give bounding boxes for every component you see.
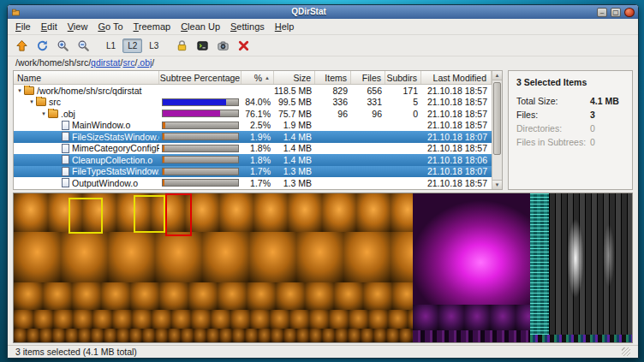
app-icon	[11, 8, 21, 17]
name-cell: ▾/work/home/sh/src/qdirstat	[14, 86, 159, 96]
titlebar[interactable]: QDirStat – ▢	[8, 5, 638, 19]
item-name: MainWindow.o	[72, 120, 130, 130]
table-body: ▾/work/home/sh/src/qdirstat118.5 MB82965…	[14, 85, 492, 189]
directory-tree: NameSubtree Percentage%▲SizeItemsFilesSu…	[13, 70, 503, 190]
treemap-region-gray-columns[interactable]	[549, 193, 632, 335]
status-text: 3 items selected (4.1 MB total)	[15, 347, 137, 357]
minimize-button[interactable]: –	[597, 8, 607, 17]
expander-open-icon[interactable]: ▾	[39, 110, 48, 117]
treemap-selection-outline[interactable]	[165, 193, 192, 236]
pct-cell: 1.7%	[242, 166, 274, 176]
percent-bar-cell	[159, 98, 242, 106]
name-cell: FileTypeStatsWindow.o	[14, 166, 159, 176]
percent-bar-fill	[163, 157, 164, 163]
scrollbar-track[interactable]	[492, 80, 502, 180]
size-cell: 1.3 MB	[274, 178, 315, 188]
name-cell: ▾src	[14, 97, 159, 107]
treemap-region-orange-row3[interactable]	[14, 282, 413, 309]
camera-icon	[217, 39, 230, 52]
expand-level-2-button[interactable]: L2	[122, 39, 142, 53]
menu-settings[interactable]: Settings	[225, 21, 270, 33]
subdirs-cell: 171	[385, 86, 421, 96]
console-button[interactable]	[193, 37, 212, 54]
column-header-subtree-percentage[interactable]: Subtree Percentage	[159, 71, 242, 84]
expander-open-icon[interactable]: ▾	[15, 87, 24, 94]
column-header-last-modified[interactable]: Last Modified	[421, 71, 492, 84]
scroll-down-arrow-icon[interactable]: ▼	[492, 180, 502, 189]
treemap-canvas[interactable]	[13, 193, 633, 344]
up-arrow-icon	[15, 39, 28, 52]
treemap-region-orange-row5[interactable]	[14, 329, 413, 342]
close-button[interactable]	[624, 8, 635, 17]
table-header: NameSubtree Percentage%▲SizeItemsFilesSu…	[14, 71, 492, 85]
table-row[interactable]: ▾src84.0%99.5 MB336331521.10.18 18:57	[14, 97, 492, 109]
window-title: QDirStat	[24, 5, 593, 19]
treemap-region-orange-row2[interactable]	[14, 232, 413, 282]
refresh-button[interactable]	[33, 37, 51, 54]
breadcrumb-link[interactable]: .obj	[137, 57, 152, 68]
modified-cell: 21.10.18 18:57	[421, 178, 492, 188]
zoom-out-button[interactable]	[74, 37, 92, 54]
name-cell: OutputWindow.o	[14, 178, 159, 188]
breadcrumb-link[interactable]: src	[122, 57, 134, 68]
pct-cell: 1.8%	[242, 155, 274, 165]
zoom-in-button[interactable]	[53, 37, 72, 54]
maximize-button[interactable]: ▢	[611, 8, 621, 17]
column-header-items[interactable]: Items	[315, 71, 351, 84]
treemap-region-teal-column[interactable]	[530, 193, 549, 343]
column-header-subdirs[interactable]: Subdirs	[385, 71, 421, 84]
menu-edit[interactable]: Edit	[36, 21, 63, 33]
column-header-files[interactable]: Files	[351, 71, 385, 84]
scroll-up-arrow-icon[interactable]: ▲	[492, 71, 502, 80]
table-row[interactable]: CleanupCollection.o1.8%1.4 MB21.10.18 18…	[14, 154, 492, 166]
breadcrumb-link[interactable]: qdirstat	[91, 57, 120, 68]
go-up-button[interactable]	[12, 37, 31, 54]
desktop: { "window": { "title": "QDirStat" }, "ic…	[0, 0, 644, 362]
menu-file[interactable]: File	[10, 21, 36, 33]
treemap-region-purple[interactable]	[413, 193, 530, 306]
treemap-region-orange-row4[interactable]	[14, 310, 413, 329]
field-value: 3	[590, 110, 595, 120]
expand-level-3-button[interactable]: L3	[144, 39, 164, 53]
name-cell: MainWindow.o	[14, 120, 159, 130]
menu-treemap[interactable]: Treemap	[128, 21, 176, 33]
table-row[interactable]: ▾.obj76.1%75.7 MB9696021.10.18 18:57	[14, 108, 492, 120]
table-row[interactable]: OutputWindow.o1.7%1.3 MB21.10.18 18:57	[14, 177, 492, 189]
treemap-selection-outline[interactable]	[134, 195, 165, 233]
resize-grip[interactable]	[622, 347, 630, 356]
column-header-name[interactable]: Name	[14, 71, 159, 84]
expander-open-icon[interactable]: ▾	[27, 98, 36, 105]
name-cell: CleanupCollection.o	[14, 155, 159, 165]
percent-bar-trough	[162, 122, 239, 129]
percent-bar-trough	[162, 156, 239, 163]
treemap-selection-outline[interactable]	[69, 198, 103, 234]
percent-bar-fill	[163, 110, 220, 116]
menu-view[interactable]: View	[63, 21, 93, 33]
details-field: Files:3	[516, 110, 624, 120]
menu-go-to[interactable]: Go To	[92, 21, 128, 33]
percent-bar-trough	[162, 179, 239, 187]
table-row[interactable]: MimeCategoryConfigPage.o1.8%1.4 MB21.10.…	[14, 143, 492, 155]
table-row[interactable]: FileTypeStatsWindow.o1.7%1.3 MB21.10.18 …	[14, 166, 492, 178]
table-row[interactable]: MainWindow.o2.5%1.9 MB21.10.18 18:57	[14, 120, 492, 132]
field-label: Directories:	[516, 123, 590, 134]
table-row[interactable]: ▾/work/home/sh/src/qdirstat118.5 MB82965…	[14, 85, 492, 97]
menu-clean-up[interactable]: Clean Up	[176, 21, 225, 33]
column-header-%[interactable]: %▲	[242, 71, 274, 84]
item-name: FileTypeStatsWindow.o	[72, 166, 159, 176]
table-row[interactable]: FileSizeStatsWindow.o1.9%1.4 MB21.10.18 …	[14, 131, 492, 143]
treemap-region-purple-strip[interactable]	[413, 330, 530, 342]
file-icon	[62, 167, 69, 176]
treemap-region-bottom-right-strip[interactable]	[530, 335, 632, 342]
column-header-size[interactable]: Size	[274, 71, 315, 84]
expand-level-1-button[interactable]: L1	[101, 39, 121, 53]
tree-scrollbar[interactable]: ▲ ▼	[492, 71, 502, 189]
lock-button[interactable]	[172, 37, 191, 54]
item-name: OutputWindow.o	[72, 178, 138, 188]
screenshot-button[interactable]	[213, 37, 232, 54]
scrollbar-thumb[interactable]	[493, 82, 501, 155]
treemap-region-purple-low[interactable]	[413, 305, 530, 330]
menubar: FileEditViewGo ToTreemapClean UpSettings…	[8, 19, 638, 35]
menu-help[interactable]: Help	[270, 21, 300, 33]
delete-button[interactable]	[234, 37, 253, 54]
